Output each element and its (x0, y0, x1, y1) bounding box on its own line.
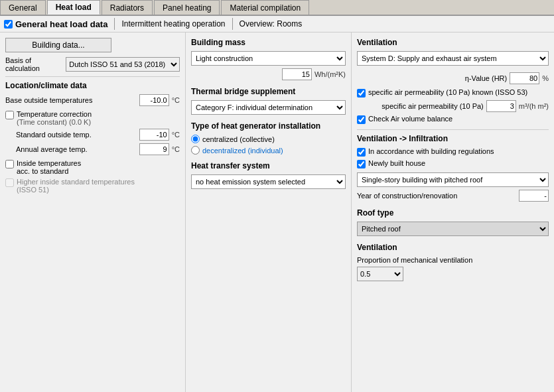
tab-heat-load[interactable]: Heat load (47, 0, 100, 15)
right-panel: Ventilation System D: Supply and exhaust… (352, 33, 554, 392)
roof-type-section: Roof type Pitched roof (357, 208, 549, 236)
centralized-label: centralized (collective) (202, 135, 275, 143)
check-air-checkbox[interactable] (357, 115, 366, 124)
proportion-select[interactable]: 0.5 (357, 267, 403, 281)
building-mass-select[interactable]: Light construction (191, 51, 346, 66)
middle-panel: Building mass Light construction Wh/(m²K… (186, 33, 352, 392)
overview-label: Overview: Rooms (240, 19, 303, 29)
higher-inside-checkbox[interactable] (5, 178, 14, 187)
decentralized-label: decentralized (individual) (202, 147, 283, 155)
inside-temps-section: Inside temperatures acc. to standard (5, 159, 180, 175)
annual-avg-input[interactable] (139, 143, 169, 155)
temp-correction-section: Temperature correction (Time constant) (… (5, 110, 180, 155)
toolbar: General heat load data Intermittent heat… (0, 16, 554, 33)
general-heat-load-checkbox[interactable] (4, 20, 13, 29)
temp-correction-checkbox[interactable] (5, 111, 14, 119)
inside-temps-checkbox[interactable] (5, 160, 14, 168)
standard-outside-input[interactable] (139, 129, 169, 141)
toolbar-title: General heat load data (15, 19, 107, 29)
ventilation-section: Ventilation System D: Supply and exhaust… (357, 38, 549, 66)
building-type-select[interactable]: Single-story building with pitched roof (357, 172, 549, 187)
heat-transfer-title: Heat transfer system (191, 161, 346, 170)
thermal-bridge-title: Thermal bridge supplement (191, 87, 346, 96)
temp-constant-label: (Time constant) (0.0 K) (17, 118, 92, 126)
year-label: Year of construction/renovation (357, 192, 516, 200)
inside-temps-sub: acc. to standard (17, 167, 81, 175)
building-regs-checkbox[interactable] (357, 148, 366, 157)
centralized-radio[interactable] (191, 135, 200, 143)
standard-outside-label: Standard outside temp. (16, 131, 137, 139)
higher-inside-sub: (ISSO 51) (17, 186, 135, 194)
tab-general[interactable]: General (0, 0, 46, 15)
proportion-label: Proportion of mechanical ventilation (357, 256, 549, 264)
eta-unit: % (542, 74, 549, 82)
heat-transfer-select[interactable]: no heat emission system selected (191, 174, 346, 189)
tab-bar: General Heat load Radiators Panel heatin… (0, 0, 554, 16)
base-outside-temp-unit: °C (172, 96, 180, 104)
base-outside-temp-label: Base outside temperatures (5, 96, 137, 104)
eta-input[interactable] (510, 72, 539, 84)
specific-air-label: specific air permeability (10 Pa) known … (368, 88, 549, 96)
building-data-button[interactable]: Building data... (5, 38, 111, 52)
ventilation-title: Ventilation (357, 38, 549, 47)
divider-1 (114, 18, 115, 30)
check-air-label: Check Air volume balance (368, 115, 452, 123)
newly-built-checkbox[interactable] (357, 160, 366, 168)
heat-generator-section: Type of heat generator installation cent… (191, 121, 346, 155)
annual-avg-label: Annual average temp. (16, 145, 137, 153)
basis-select[interactable]: Dutch ISSO 51 and 53 (2018) (66, 57, 180, 72)
heat-transfer-section: Heat transfer system no heat emission sy… (191, 161, 346, 189)
temp-correction-label: Temperature correction (17, 110, 92, 118)
ventilation-proportion-title: Ventilation (357, 243, 549, 252)
newly-built-label: Newly built house (368, 159, 425, 167)
specific-air-permeability-label: specific air permeability (10 Pa) (381, 102, 483, 110)
roof-type-title: Roof type (357, 208, 549, 218)
basis-label: Basis of calculation (5, 56, 63, 72)
building-regs-label: In accordance with building regulations (368, 147, 494, 155)
inside-temps-label: Inside temperatures (17, 159, 81, 167)
specific-air-checkbox[interactable] (357, 89, 366, 98)
left-panel: Building data... Basis of calculation Du… (0, 33, 186, 392)
divider-2 (232, 18, 233, 30)
year-input[interactable] (519, 190, 549, 202)
decentralized-radio[interactable] (191, 146, 200, 155)
specific-air-unit: m³/(h m²) (519, 102, 549, 110)
higher-inside-section: Higher inside standard temperatures (ISS… (5, 178, 180, 194)
roof-type-select[interactable]: Pitched roof (357, 222, 549, 236)
intermittent-label: Intermittent heating operation (121, 19, 225, 29)
tab-radiators[interactable]: Radiators (102, 0, 153, 15)
building-mass-title: Building mass (191, 38, 346, 47)
annual-avg-unit: °C (172, 145, 180, 153)
wh-input[interactable] (282, 68, 312, 80)
wh-unit: Wh/(m²K) (314, 70, 346, 78)
location-title: Location/climate data (5, 81, 180, 90)
base-outside-temp-input[interactable] (139, 94, 169, 106)
heat-generator-title: Type of heat generator installation (191, 121, 346, 131)
eta-label: η-Value (HR) (465, 74, 507, 82)
ventilation-infiltration-title: Ventilation -> Infiltration (357, 134, 549, 143)
standard-outside-unit: °C (172, 131, 180, 139)
higher-inside-label: Higher inside standard temperatures (17, 178, 135, 186)
tab-panel-heating[interactable]: Panel heating (154, 0, 220, 15)
thermal-bridge-section: Thermal bridge supplement Category F: in… (191, 87, 346, 115)
ventilation-infiltration-section: Ventilation -> Infiltration In accordanc… (357, 134, 549, 202)
content-area: Building data... Basis of calculation Du… (0, 33, 554, 392)
building-mass-section: Building mass Light construction Wh/(m²K… (191, 38, 346, 80)
tab-material-compilation[interactable]: Material compilation (221, 0, 309, 15)
ventilation-select[interactable]: System D: Supply and exhaust air system (357, 51, 549, 66)
specific-air-value-input[interactable] (486, 100, 516, 112)
ventilation-proportion-section: Ventilation Proportion of mechanical ven… (357, 243, 549, 281)
thermal-bridge-select[interactable]: Category F: individual determination (191, 100, 346, 115)
